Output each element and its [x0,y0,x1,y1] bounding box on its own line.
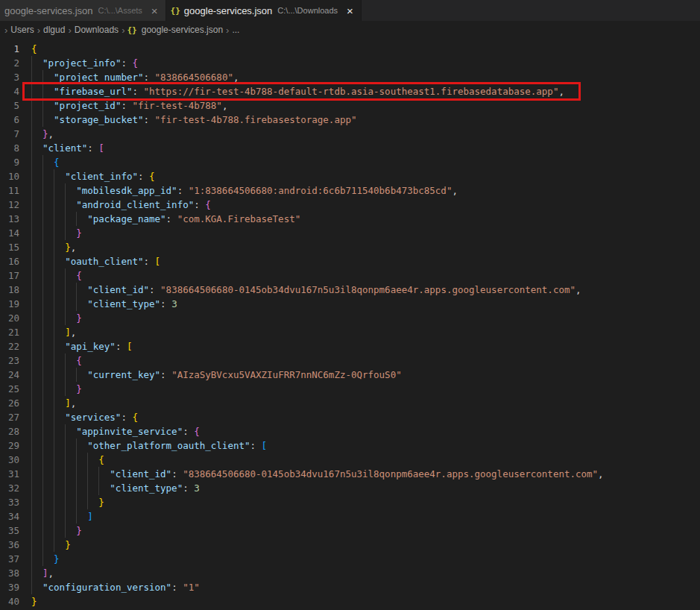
indent-guide [42,538,54,552]
code-line[interactable]: 19"client_type": 3 [0,297,700,311]
code-line[interactable]: 34] [0,509,700,523]
code-line[interactable]: 38], [0,566,700,580]
line-number[interactable]: 3 [0,70,27,84]
code-line[interactable]: 12"android_client_info": { [0,198,700,212]
breadcrumb-item-symbol-path[interactable]: ... [231,25,240,35]
line-number[interactable]: 17 [0,268,27,283]
code-line[interactable]: 1{ [0,42,700,56]
line-number[interactable]: 19 [0,297,27,311]
code-line[interactable]: 23{ [0,353,700,368]
line-number[interactable]: 10 [0,169,27,183]
line-number[interactable]: 2 [0,56,27,70]
code-line[interactable]: 5"project_id": "fir-test-4b788", [0,98,700,113]
line-number[interactable]: 32 [0,481,27,495]
line-number[interactable]: 14 [0,226,27,240]
line-number[interactable]: 27 [0,410,27,424]
close-icon[interactable]: × [347,5,353,16]
line-number[interactable]: 4 [0,84,27,98]
code-line[interactable]: 25} [0,382,700,396]
line-number[interactable]: 13 [0,212,27,226]
line-number[interactable]: 5 [0,98,27,113]
line-number[interactable]: 21 [0,325,27,339]
breadcrumb-item-users[interactable]: Users [10,25,34,35]
tab-google-services-downloads[interactable]: {} google-services.json C:\...\Downloads… [166,0,362,21]
line-number[interactable]: 31 [0,467,27,481]
code-line[interactable]: 2"project_info": { [0,56,700,70]
code-line[interactable]: 17{ [0,268,700,283]
code-line[interactable]: 22"api_key": [ [0,339,700,353]
line-number[interactable]: 28 [0,424,27,438]
code-line[interactable]: 6"storage_bucket": "fir-test-4b788.fireb… [0,113,700,127]
line-number[interactable]: 39 [0,580,27,594]
indent-guide [42,212,54,226]
code-line[interactable]: 4"firebase_url": "https://fir-test-4b788… [0,84,700,98]
line-number[interactable]: 36 [0,538,27,552]
code-line[interactable]: 13"package_name": "com.KGA.FirebaseTest" [0,212,700,226]
line-number[interactable]: 18 [0,283,27,297]
line-number[interactable]: 15 [0,240,27,254]
code-line[interactable]: 40} [0,594,700,609]
code-line[interactable]: 18"client_id": "838664506680-0145ob34dvu… [0,283,700,297]
line-number[interactable]: 38 [0,566,27,580]
code-line[interactable]: 14} [0,226,700,240]
line-number[interactable]: 25 [0,382,27,396]
breadcrumb-item-dlgud[interactable]: dlgud [42,25,66,35]
line-number[interactable]: 20 [0,311,27,325]
code-line[interactable]: 36} [0,538,700,552]
code-line[interactable]: 10"client_info": { [0,169,700,183]
line-number[interactable]: 6 [0,113,27,127]
code-line[interactable]: 30{ [0,453,700,467]
code-line[interactable]: 24"current_key": "AIzaSyBVcxu5VAXZIuFRR7… [0,368,700,382]
code-line[interactable]: 21], [0,325,700,339]
code-text: } [27,495,104,509]
code-line[interactable]: 11"mobilesdk_app_id": "1:838664506680:an… [0,183,700,198]
code-line[interactable]: 33} [0,495,700,509]
line-number[interactable]: 8 [0,141,27,155]
indent-guide [54,198,65,212]
code-line[interactable]: 31"client_id": "838664506680-0145ob34dvu… [0,467,700,481]
code-line[interactable]: 29"other_platform_oauth_client": [ [0,438,700,453]
indent-guide [42,438,54,453]
code-line[interactable]: 9{ [0,155,700,169]
line-number[interactable]: 7 [0,127,27,141]
indent-guide [42,98,54,113]
indent-guide [31,580,42,594]
code-line[interactable]: 8"client": [ [0,141,700,155]
line-number[interactable]: 1 [0,42,27,56]
line-number[interactable]: 24 [0,368,27,382]
code-line[interactable]: 28"appinvite_service": { [0,424,700,438]
line-number[interactable]: 37 [0,552,27,566]
close-icon[interactable]: × [151,5,158,16]
breadcrumb-item-filename[interactable]: google-services.json [141,25,224,35]
line-number[interactable]: 12 [0,198,27,212]
code-line[interactable]: 26], [0,396,700,410]
line-number[interactable]: 40 [0,594,27,609]
editor[interactable]: 1{2"project_info": {3"project_number": "… [0,39,700,610]
line-number[interactable]: 11 [0,183,27,198]
code-line[interactable]: 20} [0,311,700,325]
code-line[interactable]: 7}, [0,127,700,141]
indent-guide [42,155,54,169]
breadcrumb-item-downloads[interactable]: Downloads [74,25,119,35]
code-line[interactable]: 32"client_type": 3 [0,481,700,495]
line-number[interactable]: 22 [0,339,27,353]
indent-guide [31,212,42,226]
line-number[interactable]: 16 [0,254,27,268]
code-line[interactable]: 16"oauth_client": [ [0,254,700,268]
line-number[interactable]: 30 [0,453,27,467]
line-number[interactable]: 23 [0,353,27,368]
line-number[interactable]: 26 [0,396,27,410]
code-line[interactable]: 35} [0,523,700,538]
code-line[interactable]: 37} [0,552,700,566]
line-number[interactable]: 34 [0,509,27,523]
line-number[interactable]: 9 [0,155,27,169]
code-line[interactable]: 39"configuration_version": "1" [0,580,700,594]
code-line[interactable]: 27"services": { [0,410,700,424]
code-line[interactable]: 3"project_number": "838664506680", [0,70,700,84]
code-text: "project_id": "fir-test-4b788", [27,98,227,113]
line-number[interactable]: 33 [0,495,27,509]
line-number[interactable]: 29 [0,438,27,453]
code-line[interactable]: 15}, [0,240,700,254]
tab-google-services-assets[interactable]: google-services.json C:\...\Assets × [0,0,166,21]
line-number[interactable]: 35 [0,523,27,538]
